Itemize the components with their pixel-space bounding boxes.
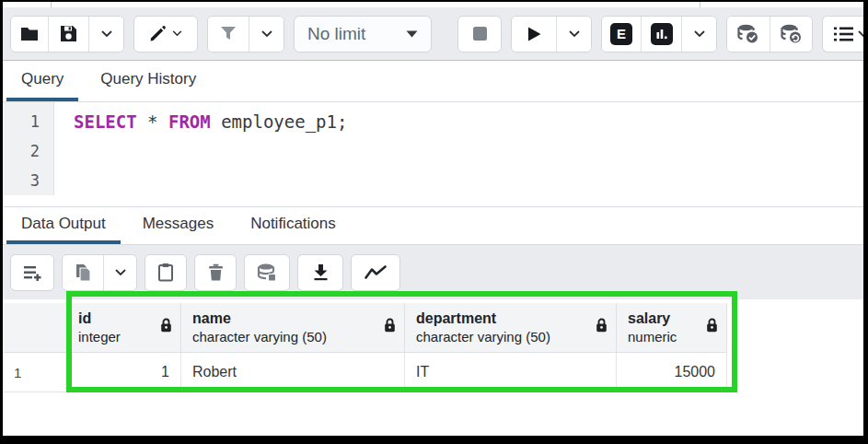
lock-icon: [706, 318, 718, 336]
copy-options-dropdown[interactable]: [103, 255, 136, 290]
graph-group: [351, 254, 400, 291]
tab-data-output-label: Data Output: [21, 215, 106, 233]
row-number-cell[interactable]: 1: [3, 353, 67, 392]
column-type: character varying (50): [416, 328, 588, 346]
tab-query-history-label: Query History: [100, 70, 196, 88]
transaction-button-group: [726, 16, 813, 53]
sql-operator: *: [137, 111, 168, 132]
column-header-department[interactable]: department character varying (50): [405, 303, 617, 353]
cell-name[interactable]: Robert: [181, 353, 405, 392]
delete-row-button[interactable]: [195, 255, 236, 290]
column-header-id[interactable]: id integer: [67, 303, 181, 353]
column-type: numeric: [628, 328, 699, 346]
save-file-button[interactable]: [48, 17, 88, 52]
macros-dropdown-button[interactable]: [823, 17, 863, 52]
cell-id[interactable]: 1: [67, 353, 181, 392]
sql-keyword: SELECT: [74, 111, 137, 132]
results-grid: id integer name character varying (50): [3, 303, 727, 392]
download-results-button[interactable]: [298, 255, 342, 290]
top-divider: [700, 2, 700, 7]
edit-dropdown-button[interactable]: [134, 17, 197, 52]
tab-query[interactable]: Query: [6, 61, 78, 101]
editor-gutter: 1 2 3: [3, 102, 54, 195]
line-number: 3: [3, 166, 53, 195]
tab-query-history[interactable]: Query History: [86, 61, 211, 101]
dropdown-arrow-icon: [406, 30, 418, 38]
paste-button[interactable]: [145, 255, 186, 290]
results-toolbar: [3, 245, 863, 299]
lock-icon: [160, 318, 172, 336]
save-data-changes-button[interactable]: [245, 255, 289, 290]
chevron-down-icon: [101, 30, 112, 38]
sql-editor[interactable]: 1 2 3 SELECT * FROM employee_p1;: [3, 102, 863, 207]
copy-icon: [75, 263, 92, 282]
row-limit-value: No limit: [307, 24, 365, 44]
line-number: 1: [3, 107, 53, 136]
stop-query-button[interactable]: [458, 17, 501, 52]
window-content: No limit: [3, 2, 863, 436]
line-chart-icon: [365, 265, 387, 280]
edit-button-group: [133, 16, 198, 53]
column-name: salary: [628, 310, 699, 328]
delete-group: [194, 254, 237, 291]
output-tab-bar: Data Output Messages Notifications: [3, 207, 863, 245]
row-limit-select[interactable]: No limit: [294, 16, 432, 53]
explain-analyze-button[interactable]: [641, 17, 681, 52]
chevron-down-icon: [115, 269, 126, 276]
chevron-down-icon: [858, 30, 863, 38]
chevron-down-icon: [261, 30, 272, 38]
add-row-group: [10, 254, 54, 291]
pgadmin-query-tool-window: No limit: [0, 0, 868, 444]
column-header-name[interactable]: name character varying (50): [181, 303, 405, 353]
explain-button[interactable]: E: [602, 17, 641, 52]
tab-query-label: Query: [21, 70, 64, 88]
download-icon: [313, 263, 329, 281]
lock-icon: [596, 318, 608, 336]
tab-data-output[interactable]: Data Output: [6, 207, 121, 244]
column-header-salary[interactable]: salary numeric: [617, 303, 727, 353]
open-file-button[interactable]: [11, 17, 48, 52]
sql-keyword: FROM: [168, 111, 211, 132]
explain-options-dropdown[interactable]: [681, 17, 716, 52]
copy-button[interactable]: [63, 255, 103, 290]
graph-visualiser-button[interactable]: [352, 255, 399, 290]
stop-button-group: [457, 16, 502, 53]
download-group: [297, 254, 343, 291]
filter-button[interactable]: [208, 17, 249, 52]
grid-header-row: id integer name character varying (50): [3, 303, 727, 353]
filter-button-group: [207, 16, 284, 53]
execute-button-group: [511, 16, 592, 53]
column-type: integer: [78, 328, 153, 346]
cell-department[interactable]: IT: [405, 353, 617, 392]
chevron-down-icon: [569, 30, 580, 38]
query-toolbar: No limit: [3, 7, 863, 61]
top-divider: [51, 2, 52, 7]
grid-corner-cell[interactable]: [3, 303, 67, 353]
save-icon: [60, 25, 77, 42]
tab-notifications[interactable]: Notifications: [236, 207, 351, 244]
column-name: name: [192, 310, 376, 328]
column-type: character varying (50): [192, 328, 376, 346]
lock-icon: [384, 318, 396, 336]
execute-options-dropdown[interactable]: [556, 17, 591, 52]
execute-query-button[interactable]: [512, 17, 556, 52]
play-icon: [527, 26, 542, 42]
numbered-list-icon: [834, 26, 853, 42]
explain-analyze-icon: [651, 23, 673, 45]
cell-salary[interactable]: 15000: [617, 353, 727, 392]
rollback-button[interactable]: [770, 17, 812, 52]
clipboard-icon: [157, 263, 174, 282]
save-options-dropdown[interactable]: [88, 17, 123, 52]
sql-code-line[interactable]: SELECT * FROM employee_p1;: [74, 107, 347, 136]
column-name: department: [416, 310, 588, 328]
add-row-button[interactable]: [11, 255, 53, 290]
copy-group: [62, 254, 137, 291]
tab-messages[interactable]: Messages: [128, 207, 228, 244]
db-rollback-icon: [781, 24, 803, 44]
tab-notifications-label: Notifications: [250, 215, 336, 233]
commit-button[interactable]: [727, 17, 770, 52]
filter-options-dropdown[interactable]: [249, 17, 284, 52]
column-name: id: [78, 310, 153, 328]
explain-button-group: E: [601, 16, 717, 53]
pencil-icon: [149, 25, 167, 42]
